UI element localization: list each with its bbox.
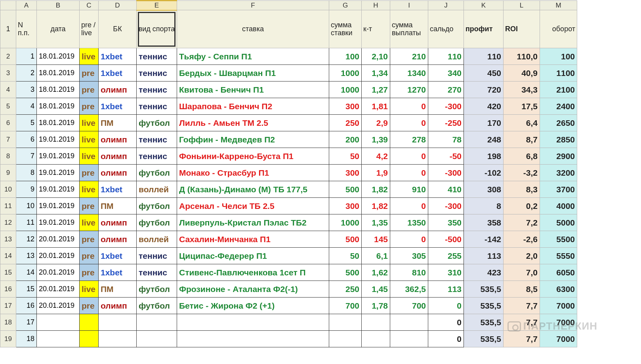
header-L[interactable]: ROI (504, 10, 540, 48)
header-H[interactable]: к-т (362, 10, 390, 48)
cell-sum[interactable]: 250 (329, 115, 362, 131)
cell-prelive[interactable]: pre (80, 165, 99, 181)
column-letter[interactable]: D (99, 1, 137, 10)
cell-profit[interactable]: -102 (464, 165, 504, 181)
row-number[interactable]: 12 (0, 214, 16, 231)
cell-date[interactable]: 18.01.2019 (37, 48, 80, 65)
cell-prelive[interactable]: pre (80, 264, 99, 281)
cell-roi[interactable]: 8,3 (504, 181, 540, 198)
cell-turn[interactable]: 3200 (540, 165, 577, 181)
cell-pay[interactable]: 0 (390, 115, 428, 131)
header-F[interactable]: ставка (177, 10, 329, 48)
column-letter[interactable]: J (428, 1, 464, 10)
cell-k[interactable]: 2,9 (362, 115, 390, 131)
cell-bk[interactable]: ПМ (99, 198, 137, 214)
cell-sport[interactable]: теннис (137, 82, 177, 98)
header-B[interactable]: дата (37, 10, 80, 48)
cell-turn[interactable]: 6050 (540, 264, 577, 281)
cell-n[interactable]: 8 (16, 165, 37, 181)
cell-sport[interactable]: футбол (137, 281, 177, 298)
cell-pay[interactable]: 910 (390, 181, 428, 198)
cell-roi[interactable]: 7,7 (504, 298, 540, 314)
cell[interactable] (80, 331, 99, 347)
column-letter[interactable]: G (329, 1, 362, 10)
column-letter[interactable]: H (362, 1, 390, 10)
cell-sport[interactable]: воллей (137, 231, 177, 248)
row-number[interactable]: 19 (0, 331, 16, 347)
cell-roi[interactable]: -2,6 (504, 231, 540, 248)
cell-prelive[interactable]: live (80, 281, 99, 298)
cell-pay[interactable]: 0 (390, 98, 428, 115)
column-letter[interactable]: I (390, 1, 428, 10)
cell-n[interactable]: 9 (16, 181, 37, 198)
cell-n[interactable]: 12 (16, 231, 37, 248)
cell[interactable]: 0 (428, 331, 464, 347)
cell-roi[interactable]: 34,3 (504, 82, 540, 98)
cell[interactable]: 7,7 (504, 331, 540, 347)
cell-sum[interactable]: 700 (329, 298, 362, 314)
cell-sum[interactable]: 250 (329, 281, 362, 298)
cell-profit[interactable]: 248 (464, 131, 504, 148)
cell-saldo[interactable]: -300 (428, 165, 464, 181)
cell-bk[interactable]: 1xbet (99, 98, 137, 115)
cell-bet[interactable]: Циципас-Федерер П1 (177, 248, 329, 264)
cell-sport[interactable]: теннис (137, 131, 177, 148)
cell-bet[interactable]: Гоффин - Медведев П2 (177, 131, 329, 148)
cell[interactable] (99, 331, 137, 347)
cell-k[interactable]: 1,35 (362, 214, 390, 231)
row-number[interactable]: 4 (0, 82, 16, 98)
row-number[interactable]: 11 (0, 198, 16, 214)
cell[interactable]: 535,5 (464, 314, 504, 331)
row-number[interactable]: 15 (0, 264, 16, 281)
cell-saldo[interactable]: 340 (428, 65, 464, 82)
row-number[interactable]: 5 (0, 98, 16, 115)
cell-bk[interactable]: олимп (99, 131, 137, 148)
cell-sum[interactable]: 300 (329, 98, 362, 115)
cell-pay[interactable]: 305 (390, 248, 428, 264)
cell-turn[interactable]: 5000 (540, 214, 577, 231)
cell-profit[interactable]: 450 (464, 65, 504, 82)
cell-k[interactable]: 145 (362, 231, 390, 248)
row-number[interactable]: 18 (0, 314, 16, 331)
column-letter[interactable]: F (177, 1, 329, 10)
row-number[interactable]: 16 (0, 281, 16, 298)
cell-bk[interactable]: 1xbet (99, 48, 137, 65)
column-letter[interactable]: A (16, 1, 37, 10)
cell[interactable] (137, 314, 177, 331)
cell[interactable]: 7,7 (504, 314, 540, 331)
cell-profit[interactable]: -142 (464, 231, 504, 248)
cell-sum[interactable]: 500 (329, 264, 362, 281)
cell-bet[interactable]: Монако - Страсбур П1 (177, 165, 329, 181)
cell-date[interactable]: 20.01.2019 (37, 248, 80, 264)
cell-bet[interactable]: Ливерпуль-Кристал Пэлас ТБ2 (177, 214, 329, 231)
cell-roi[interactable]: 8,7 (504, 131, 540, 148)
cell[interactable]: 535,5 (464, 331, 504, 347)
cell-prelive[interactable]: pre (80, 231, 99, 248)
header-J[interactable]: сальдо (428, 10, 464, 48)
cell-sport[interactable]: футбол (137, 165, 177, 181)
cell-roi[interactable]: -3,2 (504, 165, 540, 181)
cell-pay[interactable]: 362,5 (390, 281, 428, 298)
cell-k[interactable]: 1,82 (362, 181, 390, 198)
cell-profit[interactable]: 110 (464, 48, 504, 65)
cell[interactable]: 7000 (540, 331, 577, 347)
column-letter[interactable]: C (80, 1, 99, 10)
cell-sum[interactable]: 500 (329, 181, 362, 198)
cell-bk[interactable]: олимп (99, 214, 137, 231)
cell-sport[interactable]: воллей (137, 181, 177, 198)
cell-bk[interactable]: олимп (99, 298, 137, 314)
cell-sum[interactable]: 300 (329, 165, 362, 181)
cell[interactable]: 0 (428, 314, 464, 331)
cell-date[interactable]: 18.01.2019 (37, 82, 80, 98)
cell-turn[interactable]: 2400 (540, 98, 577, 115)
row-number[interactable]: 13 (0, 231, 16, 248)
cell-bet[interactable]: Сахалин-Минчанка П1 (177, 231, 329, 248)
cell-prelive[interactable]: live (80, 214, 99, 231)
cell-saldo[interactable]: 350 (428, 214, 464, 231)
cell-k[interactable]: 1,27 (362, 82, 390, 98)
cell-pay[interactable]: 1340 (390, 65, 428, 82)
cell[interactable] (137, 331, 177, 347)
cell-bet[interactable]: Тьяфу - Сеппи П1 (177, 48, 329, 65)
cell-sum[interactable]: 200 (329, 131, 362, 148)
cell-prelive[interactable]: pre (80, 298, 99, 314)
